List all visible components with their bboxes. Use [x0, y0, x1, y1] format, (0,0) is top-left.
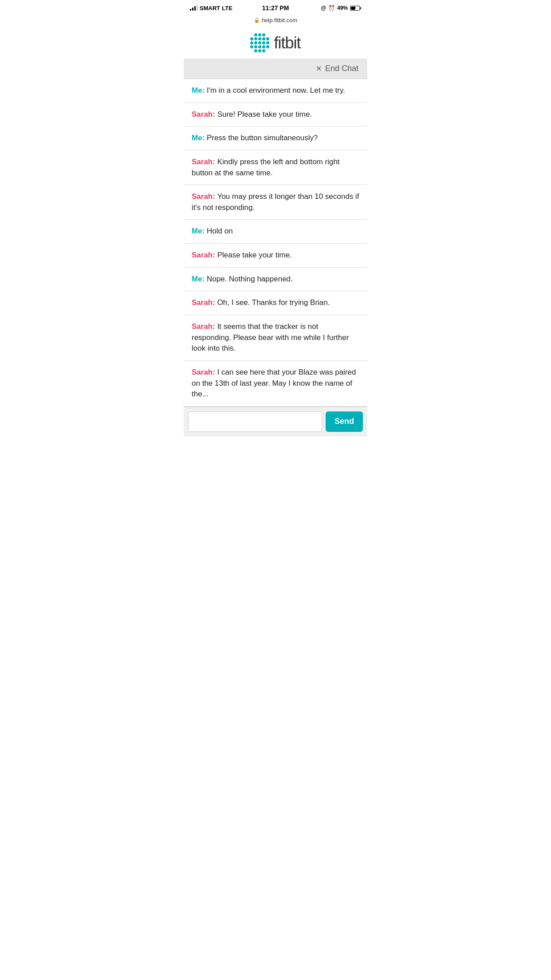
lock-icon: 🔒	[254, 17, 260, 23]
chat-message: Me: Nope. Nothing happened.	[184, 268, 367, 292]
sender-me: Me:	[192, 86, 207, 95]
battery-icon	[350, 6, 361, 11]
sender-sarah: Sarah:	[192, 298, 217, 307]
at-icon: @	[321, 5, 326, 11]
end-chat-button[interactable]: ✕ End Chat	[316, 64, 358, 73]
fitbit-logo-text: fitbit	[274, 34, 300, 52]
chat-message: Sarah: Please take your time.	[184, 244, 367, 268]
status-right: @ ⏰ 49%	[321, 5, 361, 11]
sender-sarah: Sarah:	[192, 110, 217, 119]
sender-sarah: Sarah:	[192, 192, 217, 201]
status-time: 11:27 PM	[262, 4, 289, 12]
chat-message: Sarah: Kindly press the left and bottom …	[184, 150, 367, 185]
sender-me: Me:	[192, 275, 207, 283]
chat-message: Me: I'm in a cool environment now. Let m…	[184, 79, 367, 103]
end-chat-bar: ✕ End Chat	[184, 59, 367, 79]
signal-bars-icon	[190, 5, 198, 11]
sender-sarah: Sarah:	[192, 158, 217, 166]
chat-message: Me: Press the button simultaneously?	[184, 126, 367, 150]
carrier-label: SMART	[200, 5, 220, 12]
chat-message: Sarah: You may press it longer than 10 s…	[184, 185, 367, 220]
chat-message: Sarah: I can see here that your Blaze wa…	[184, 361, 367, 407]
status-bar: SMART LTE 11:27 PM @ ⏰ 49%	[184, 0, 367, 15]
sender-sarah: Sarah:	[192, 251, 217, 259]
fitbit-dots-icon	[250, 33, 269, 52]
sender-me: Me:	[192, 134, 207, 142]
send-button[interactable]: Send	[326, 411, 363, 432]
chat-input[interactable]	[188, 411, 322, 432]
close-icon: ✕	[316, 64, 322, 73]
sender-sarah: Sarah:	[192, 368, 217, 376]
fitbit-logo: fitbit	[250, 33, 300, 52]
sender-me: Me:	[192, 227, 207, 235]
chat-message: Me: Hold on	[184, 220, 367, 244]
chat-message: Sarah: It seems that the tracker is not …	[184, 315, 367, 361]
status-left: SMART LTE	[190, 5, 232, 12]
fitbit-header: fitbit	[184, 26, 367, 59]
url-bar: 🔒 help.fitbit.com	[184, 15, 367, 26]
input-bar: Send	[184, 407, 367, 436]
sender-sarah: Sarah:	[192, 322, 217, 331]
url-text: help.fitbit.com	[262, 17, 297, 24]
battery-pct: 49%	[337, 5, 348, 11]
network-label: LTE	[222, 5, 232, 12]
chat-message: Sarah: Sure! Please take your time.	[184, 103, 367, 127]
chat-area: Me: I'm in a cool environment now. Let m…	[184, 79, 367, 407]
alarm-icon: ⏰	[328, 5, 335, 11]
end-chat-label: End Chat	[325, 64, 358, 73]
chat-message: Sarah: Oh, I see. Thanks for trying Bria…	[184, 291, 367, 315]
